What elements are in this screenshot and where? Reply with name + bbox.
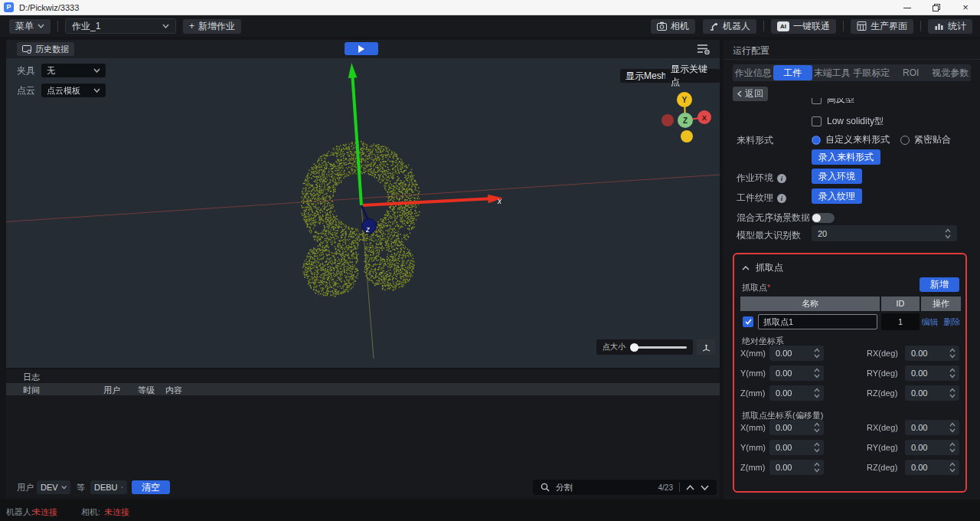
show-mesh-button[interactable]: 显示Mesh	[620, 69, 671, 83]
checkbox-row-clipped[interactable]: 高反型	[812, 98, 854, 106]
radio-tight-fit[interactable]	[900, 136, 910, 145]
abs-y-input[interactable]: 0.00	[769, 365, 824, 381]
grasp-name-input[interactable]: 抓取点1	[758, 314, 877, 329]
abs-rx-input[interactable]: 0.00	[905, 346, 959, 361]
slider-knob[interactable]	[630, 343, 639, 352]
check-icon	[745, 319, 752, 325]
new-job-button[interactable]: + 新增作业	[183, 19, 241, 34]
low-solidity-checkbox-row[interactable]: Low solidity型	[812, 115, 884, 128]
abs-ry-input[interactable]: 0.00	[905, 365, 959, 381]
table-row: 抓取点1 1 编辑 删除	[740, 313, 961, 330]
log-search-box[interactable]: 分割 4/23	[533, 480, 717, 495]
spinner-arrows-icon[interactable]	[949, 462, 956, 473]
record-texture-button[interactable]: 录入纹理	[812, 188, 862, 204]
spinner-arrows-icon[interactable]	[814, 442, 820, 453]
grasp-point-table: 名称 ID 操作 抓取点1 1 编辑	[740, 297, 961, 330]
spinner-arrows-icon[interactable]	[949, 388, 956, 398]
production-view-button[interactable]: 生产界面	[851, 19, 913, 34]
user-filter-label: 用户	[17, 482, 34, 493]
spinner-arrows-icon[interactable]	[814, 462, 820, 473]
tab-hand-eye-calib[interactable]: 手眼标定	[852, 65, 892, 80]
grasp-section-header[interactable]: 抓取点	[742, 261, 783, 274]
off-rz-input[interactable]: 0.00	[905, 460, 959, 475]
mixed-scene-toggle[interactable]	[812, 213, 835, 223]
abs-rz-input[interactable]: 0.00	[905, 385, 959, 401]
off-rz-label: RZ(deg)	[867, 463, 897, 472]
pointcloud-select[interactable]: 点云模板	[41, 84, 106, 97]
abs-x-input[interactable]: 0.00	[769, 346, 824, 361]
list-settings-icon[interactable]	[697, 43, 710, 55]
info-icon[interactable]: i	[777, 194, 786, 203]
robot-button[interactable]: 机器人	[703, 19, 756, 34]
off-y-input[interactable]: 0.00	[769, 440, 824, 455]
record-env-button[interactable]: 录入环境	[812, 169, 862, 184]
tab-vision-params[interactable]: 视觉参数	[931, 65, 971, 80]
restore-button[interactable]	[922, 0, 951, 15]
record-incoming-button[interactable]: 录入来料形式	[812, 149, 880, 165]
user-filter-select[interactable]: DEV	[37, 480, 70, 494]
tab-job-info[interactable]: 作业信息	[733, 65, 773, 80]
tab-roi[interactable]: ROI	[891, 65, 931, 80]
spinner-arrows-icon[interactable]	[945, 228, 951, 239]
spinner-arrows-icon[interactable]	[949, 348, 956, 359]
add-grasp-point-button[interactable]: 新增	[920, 277, 959, 292]
close-button[interactable]: ×	[951, 0, 980, 15]
menu-button[interactable]: 菜单	[9, 19, 51, 34]
axes-toggle-button[interactable]	[697, 339, 715, 355]
run-config-panel: 运行配置 作业信息 工件 末端工具 手眼标定 ROI 视觉参数 返回 高反型 L…	[724, 40, 980, 500]
spinner-arrows-icon[interactable]	[949, 368, 956, 378]
checkbox-icon[interactable]	[812, 116, 822, 126]
statistics-button[interactable]: 统计	[928, 19, 972, 34]
one-key-connect-button[interactable]: AI 一键联通	[771, 19, 836, 34]
abs-z-input[interactable]: 0.00	[769, 385, 824, 401]
abs-rz-label: RZ(deg)	[867, 388, 897, 398]
point-size-slider[interactable]	[631, 346, 687, 349]
chevron-left-icon	[737, 90, 742, 97]
job-select[interactable]: 作业_1	[65, 18, 176, 34]
level-filter-select[interactable]: DEBU	[90, 480, 127, 494]
config-tabs: 作业信息 工件 末端工具 手眼标定 ROI 视觉参数	[733, 64, 971, 81]
off-x-input[interactable]: 0.00	[769, 420, 824, 435]
spinner-arrows-icon[interactable]	[814, 422, 820, 433]
search-input[interactable]: 分割	[556, 482, 652, 493]
minimize-button[interactable]	[893, 0, 922, 15]
tab-end-tool[interactable]: 末端工具	[812, 65, 852, 80]
checkbox-icon[interactable]	[812, 98, 822, 104]
log-col-time: 时间	[23, 385, 40, 396]
log-panel: 日志 时间 用户 等级 内容 用户 DEV 等 DEBU 清空	[6, 369, 720, 498]
log-title: 日志	[6, 369, 720, 383]
fixture-select[interactable]: 无	[41, 64, 106, 77]
radio-custom-selected[interactable]	[812, 136, 821, 145]
clear-log-button[interactable]: 清空	[132, 480, 170, 494]
play-button[interactable]	[345, 42, 378, 55]
off-ry-input[interactable]: 0.00	[905, 440, 959, 455]
tab-workpiece[interactable]: 工件	[773, 65, 813, 80]
spinner-arrows-icon[interactable]	[814, 348, 820, 359]
info-icon[interactable]: i	[777, 174, 786, 183]
axes-icon	[701, 342, 711, 352]
delete-link[interactable]: 删除	[944, 316, 961, 328]
toggle-knob	[812, 214, 821, 222]
gizmo-neg-x[interactable]	[662, 114, 674, 126]
spinner-arrows-icon[interactable]	[949, 422, 956, 433]
viewport-3d[interactable]: 夹具 无 点云 点云模板 显示Mesh 显示关键点	[6, 58, 720, 368]
show-keypoints-button[interactable]: 显示关键点	[665, 69, 720, 83]
mixed-scene-label: 混合无序场景数据 i	[737, 211, 823, 224]
orientation-gizmo[interactable]: Y Z X	[660, 92, 715, 147]
spinner-arrows-icon[interactable]	[814, 388, 820, 398]
max-model-input[interactable]: 20	[812, 225, 957, 241]
status-bar: 机器人: 未连接 相机: 未连接	[0, 500, 980, 521]
history-data-button[interactable]: 历史数据	[17, 42, 74, 56]
spinner-arrows-icon[interactable]	[949, 442, 956, 453]
off-z-input[interactable]: 0.00	[769, 460, 824, 475]
spinner-arrows-icon[interactable]	[814, 368, 820, 378]
row-checkbox-checked[interactable]	[743, 316, 753, 327]
off-rx-input[interactable]: 0.00	[905, 420, 959, 435]
incoming-form-radios: 自定义来料形式 紧密贴合	[812, 133, 957, 146]
edit-link[interactable]: 编辑	[922, 316, 939, 328]
plus-icon: +	[189, 21, 194, 31]
camera-button[interactable]: 相机	[651, 19, 695, 34]
gizmo-neg-y[interactable]	[681, 130, 693, 143]
search-next-icon[interactable]	[701, 485, 709, 490]
search-prev-icon[interactable]	[686, 485, 694, 490]
